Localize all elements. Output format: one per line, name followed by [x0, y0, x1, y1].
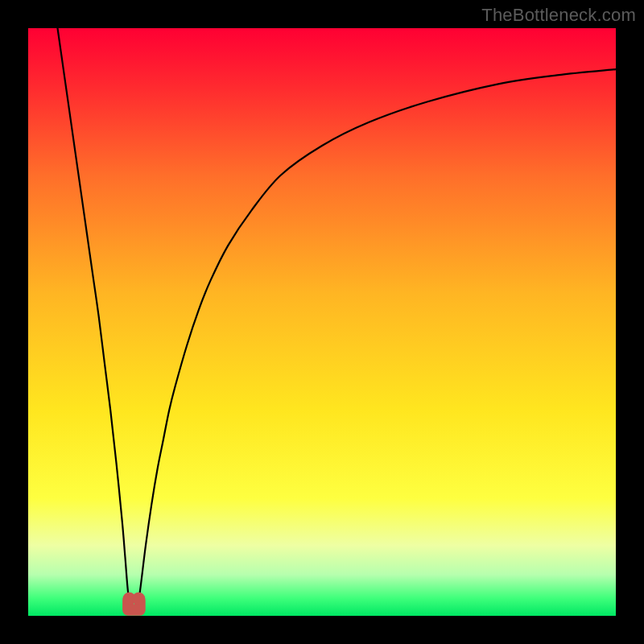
plot-area [28, 28, 616, 616]
bottleneck-chart [28, 28, 616, 616]
chart-frame: TheBottleneck.com [0, 0, 644, 644]
watermark-text: TheBottleneck.com [481, 5, 636, 26]
optimal-point-right [132, 592, 145, 605]
gradient-background [28, 28, 616, 616]
